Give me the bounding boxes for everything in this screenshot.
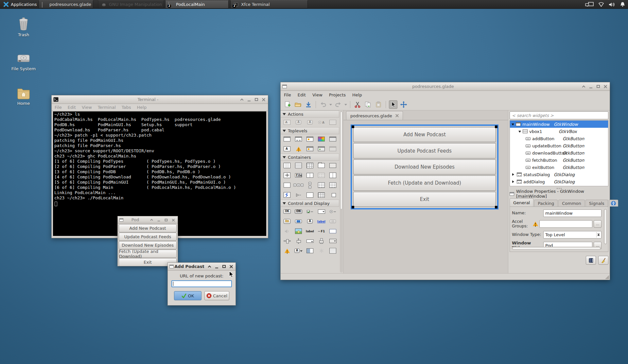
properties-vertical-scrollbar[interactable] (604, 209, 607, 244)
tab-common[interactable]: Common (558, 200, 585, 207)
desktop-icon-filesystem[interactable]: File System (9, 52, 38, 71)
palette-comboboxentry-icon[interactable]: A (293, 247, 304, 254)
palette-section-actions[interactable]: Actions (281, 110, 339, 118)
palette-message-dialog-icon[interactable] (304, 145, 316, 152)
design-canvas[interactable]: Add New Podcast Update Podcast Feeds Dow… (343, 120, 508, 273)
palette-fixed-icon[interactable] (281, 172, 293, 179)
palette-progressbar-icon[interactable] (304, 247, 316, 254)
paste-button[interactable] (374, 100, 383, 109)
select-tool-button[interactable] (389, 100, 397, 109)
devhelp-button[interactable] (586, 256, 596, 265)
palette-alignment-icon[interactable] (327, 191, 339, 198)
palette-spinner-icon[interactable] (316, 247, 327, 254)
design-update-button[interactable]: Update Podcast Feeds (353, 143, 496, 158)
palette-label-icon[interactable]: label (304, 228, 316, 235)
taskbar-item-podlocalmain[interactable]: 2 PodLocalMain (165, 0, 229, 8)
palette-action-icon[interactable]: A (281, 119, 293, 126)
selection-handle[interactable] (352, 125, 354, 128)
palette-window-icon[interactable] (281, 136, 293, 142)
palette-layout-icon[interactable] (304, 191, 316, 198)
palette-arrow-icon[interactable] (293, 191, 304, 198)
menu-tabs[interactable]: Tabs (119, 105, 134, 110)
minimize-button[interactable] (246, 97, 252, 102)
palette-filechooserbutton-icon[interactable] (281, 218, 293, 225)
palette-checkbutton-icon[interactable] (304, 208, 316, 215)
selected-design-window[interactable]: Add New Podcast Update Podcast Feeds Dow… (351, 124, 498, 209)
palette-expander-icon[interactable] (281, 191, 293, 198)
taskbar-item-terminal[interactable]: 2 Xfce Terminal (230, 0, 308, 8)
download-new-episodes-button[interactable]: Download New Episodes (119, 241, 177, 249)
palette-scalebutton-icon[interactable] (327, 218, 339, 225)
palette-dialog-icon[interactable] (293, 136, 304, 142)
menu-terminal[interactable]: Terminal (95, 105, 119, 110)
palette-vscale-icon[interactable] (293, 238, 304, 244)
copy-button[interactable] (364, 100, 372, 109)
terminal-titlebar[interactable]: Terminal - (52, 95, 268, 104)
open-button[interactable] (294, 100, 302, 109)
redo-button[interactable] (334, 100, 342, 109)
palette-entry-icon[interactable] (327, 228, 339, 235)
palette-menubar-icon[interactable]: File (293, 172, 304, 179)
undo-menu-icon[interactable] (329, 104, 332, 107)
display-icon[interactable] (585, 2, 594, 7)
palette-iconview-icon[interactable] (327, 182, 339, 189)
volume-icon[interactable] (609, 2, 615, 7)
glade-titlebar[interactable]: podresources.glade (281, 82, 610, 91)
notifications-icon[interactable] (620, 2, 625, 7)
undo-button[interactable] (319, 100, 327, 109)
design-exit-button[interactable]: Exit (353, 192, 496, 207)
maximize-button[interactable] (221, 264, 227, 269)
palette-fontbutton-icon[interactable]: A (304, 218, 316, 225)
maximize-button[interactable] (253, 97, 259, 102)
tree-row-vbox1[interactable]: vbox1 GtkVBox (510, 128, 608, 135)
maximize-button[interactable] (164, 218, 168, 222)
resize-grip[interactable] (605, 275, 609, 279)
taskbar-item-glade[interactable]: podresources.glade (39, 0, 93, 8)
close-button[interactable] (602, 84, 608, 89)
tree-row-mainwindow[interactable]: mainWindow GtkWindow (510, 121, 608, 128)
palette-hbuttonbox-icon[interactable] (304, 172, 316, 179)
tree-row-statusdialog[interactable]: statusDialog GtkDialog (510, 171, 608, 178)
design-download-button[interactable]: Download New Episodes (353, 159, 496, 174)
menu-help[interactable]: Help (349, 92, 365, 97)
properties-horizontal-scrollbar[interactable] (512, 247, 601, 250)
clear-button[interactable] (598, 256, 608, 265)
palette-about-dialog-icon[interactable] (304, 136, 316, 142)
palette-recent-action-icon[interactable]: A (316, 119, 327, 126)
selection-handle[interactable] (352, 206, 354, 208)
palette-font-dialog-icon[interactable]: A (281, 145, 293, 152)
name-input[interactable]: mainWindow (543, 209, 602, 217)
palette-infobar-icon[interactable] (281, 247, 293, 254)
minimize-button[interactable] (588, 84, 594, 89)
cancel-button[interactable]: Cancel (204, 291, 229, 300)
palette-button-icon[interactable]: OK (281, 208, 293, 215)
palette-combobox-icon[interactable] (327, 238, 339, 244)
menu-view[interactable]: View (79, 105, 95, 110)
palette-spinbutton-icon[interactable] (316, 208, 327, 215)
palette-file-chooser-dialog-icon[interactable] (327, 136, 339, 142)
new-button[interactable] (283, 100, 292, 109)
tree-row-downloadbutton[interactable]: downloadButton GtkButton (510, 149, 608, 157)
fetch-button[interactable]: Fetch (Update and Download) (119, 250, 177, 258)
menu-edit[interactable]: Edit (65, 105, 79, 110)
accel-groups-ellipsis-button[interactable]: ... (594, 220, 602, 228)
palette-frame-icon[interactable] (327, 162, 339, 169)
expander-closed-icon[interactable] (512, 180, 515, 183)
tree-row-addbutton[interactable]: addButton GtkButton (510, 135, 608, 142)
desktop-icon-trash[interactable]: Trash (9, 17, 38, 37)
palette-toolbar-icon[interactable] (316, 172, 327, 179)
selection-handle[interactable] (495, 125, 497, 128)
expander-open-icon[interactable] (518, 131, 521, 134)
palette-radio-action-icon[interactable]: A (304, 119, 316, 126)
palette-togglebutton-icon[interactable]: ON (293, 208, 304, 215)
tab-general[interactable]: General (510, 198, 533, 207)
close-button[interactable] (171, 218, 175, 222)
shade-button[interactable] (239, 97, 245, 102)
wireless-icon[interactable] (598, 2, 604, 7)
save-button[interactable] (304, 100, 313, 109)
close-button[interactable] (228, 264, 234, 269)
window-type-select[interactable]: Top Level (543, 231, 602, 239)
expander-closed-icon[interactable] (512, 173, 515, 176)
selection-handle[interactable] (495, 206, 497, 208)
design-fetch-button[interactable]: Fetch (Update and Download) (353, 175, 496, 190)
